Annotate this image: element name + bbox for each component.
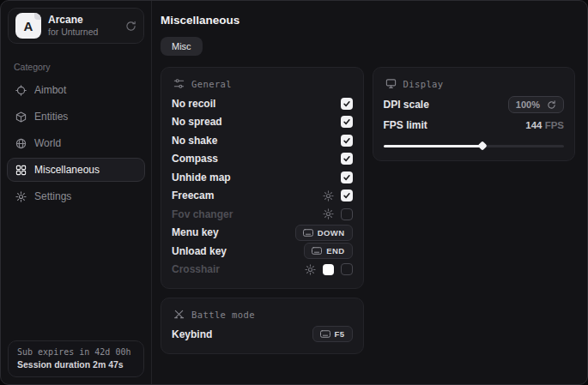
sidebar-item-entities[interactable]: Entities bbox=[7, 105, 145, 129]
right-column: Display DPI scale 100% bbox=[373, 67, 576, 161]
setting-controls bbox=[323, 189, 353, 202]
keybind-button-keybind[interactable]: F5 bbox=[312, 326, 353, 342]
app-window: A Arcane for Unturned Category AimbotEnt… bbox=[0, 0, 588, 385]
brand-card: A Arcane for Unturned bbox=[8, 8, 144, 44]
sidebar-item-miscellaneous[interactable]: Miscellaneous bbox=[7, 158, 145, 182]
keybind-button-menu-key[interactable]: DOWN bbox=[295, 225, 353, 241]
reset-icon bbox=[547, 100, 556, 110]
battle-mode-panel-title: Battle mode bbox=[191, 310, 255, 320]
setting-row-keybind: KeybindF5 bbox=[172, 325, 353, 344]
display-panel-header: Display bbox=[384, 78, 565, 89]
setting-row-crosshair: Crosshair bbox=[172, 261, 353, 280]
gear-icon[interactable] bbox=[323, 190, 334, 202]
setting-label: Fov changer bbox=[172, 208, 233, 220]
dpi-scale-label: DPI scale bbox=[384, 99, 429, 111]
setting-label: No spread bbox=[172, 116, 222, 128]
gear-icon[interactable] bbox=[323, 208, 334, 220]
keybind-value: END bbox=[326, 246, 344, 256]
swords-icon bbox=[173, 309, 185, 320]
setting-row-fov-changer: Fov changer bbox=[172, 205, 353, 224]
general-rows: No recoilNo spreadNo shakeCompassUnhide … bbox=[172, 94, 353, 279]
setting-controls bbox=[341, 135, 353, 147]
setting-row-unhide-map: Unhide map bbox=[172, 168, 353, 187]
checkbox-no-recoil[interactable] bbox=[341, 98, 353, 110]
slider-thumb[interactable] bbox=[478, 141, 488, 150]
sidebar-spacer bbox=[1, 208, 151, 334]
page-title: Miscellaneous bbox=[161, 14, 575, 27]
setting-controls bbox=[341, 171, 353, 183]
battle-mode-panel: Battle mode KeybindF5 bbox=[161, 298, 364, 354]
setting-label: Unload key bbox=[172, 245, 227, 257]
sidebar-item-world[interactable]: World bbox=[7, 131, 145, 155]
brand-text: Arcane for Unturned bbox=[48, 14, 98, 38]
app-subtitle: for Unturned bbox=[48, 27, 98, 38]
slider-fill bbox=[384, 145, 483, 148]
subscription-card: Sub expires in 42d 00h Session duration … bbox=[8, 340, 144, 377]
setting-controls: F5 bbox=[312, 326, 353, 342]
keyboard-icon bbox=[303, 229, 313, 237]
display-panel-title: Display bbox=[403, 79, 444, 89]
battle-mode-rows: KeybindF5 bbox=[172, 325, 353, 344]
gear-icon[interactable] bbox=[305, 264, 316, 275]
fps-limit-slider[interactable] bbox=[384, 141, 565, 151]
setting-controls bbox=[305, 263, 353, 275]
sub-expiry-text: Sub expires in 42d 00h bbox=[17, 347, 135, 357]
setting-controls: DOWN bbox=[295, 225, 353, 241]
checkbox-compass[interactable] bbox=[341, 153, 353, 165]
general-panel-header: General bbox=[172, 78, 353, 89]
color-swatch[interactable] bbox=[323, 264, 334, 275]
globe-icon bbox=[15, 138, 27, 149]
setting-label: Freecam bbox=[172, 189, 214, 202]
keyboard-icon bbox=[320, 330, 330, 338]
general-panel: General No recoilNo spreadNo shakeCompas… bbox=[161, 67, 364, 289]
display-panel: Display DPI scale 100% bbox=[373, 67, 576, 161]
setting-label: Keybind bbox=[172, 328, 212, 340]
keyboard-icon bbox=[312, 247, 322, 255]
setting-row-no-spread: No spread bbox=[172, 113, 353, 132]
checkbox-no-spread[interactable] bbox=[341, 116, 353, 128]
fps-limit-row: FPS limit 144 FPS bbox=[384, 115, 565, 135]
general-panel-title: General bbox=[191, 79, 232, 89]
gear-icon bbox=[15, 191, 27, 202]
sidebar-item-label: World bbox=[34, 137, 61, 149]
main-content: Miscellaneous Misc General bbox=[152, 1, 587, 384]
content-columns: General No recoilNo spreadNo shakeCompas… bbox=[161, 67, 575, 354]
sidebar-item-label: Miscellaneous bbox=[34, 164, 100, 176]
setting-row-no-recoil: No recoil bbox=[172, 94, 353, 113]
sidebar-item-label: Entities bbox=[34, 111, 68, 123]
keybind-button-unload-key[interactable]: END bbox=[304, 243, 352, 259]
sidebar-nav: AimbotEntitiesWorldMiscellaneousSettings bbox=[1, 78, 151, 208]
checkbox-crosshair[interactable] bbox=[341, 263, 353, 275]
fps-unit: FPS bbox=[545, 120, 564, 130]
sync-icon[interactable] bbox=[125, 21, 136, 32]
setting-row-compass: Compass bbox=[172, 150, 353, 169]
checkbox-unhide-map[interactable] bbox=[341, 171, 353, 183]
setting-label: No recoil bbox=[172, 98, 215, 110]
sidebar-item-label: Settings bbox=[34, 190, 71, 202]
setting-row-menu-key: Menu keyDOWN bbox=[172, 224, 353, 243]
app-name: Arcane bbox=[48, 14, 98, 27]
sidebar-item-aimbot[interactable]: Aimbot bbox=[7, 78, 145, 102]
sliders-icon bbox=[173, 78, 185, 89]
setting-controls: END bbox=[304, 243, 352, 259]
sidebar-item-settings[interactable]: Settings bbox=[7, 184, 145, 208]
dpi-scale-stepper[interactable]: 100% bbox=[508, 96, 564, 113]
battle-mode-panel-header: Battle mode bbox=[172, 309, 353, 320]
setting-row-no-shake: No shake bbox=[172, 131, 353, 150]
sidebar: A Arcane for Unturned Category AimbotEnt… bbox=[1, 1, 152, 384]
setting-row-freecam: Freecam bbox=[172, 187, 353, 206]
checkbox-freecam[interactable] bbox=[341, 189, 353, 202]
tab-misc[interactable]: Misc bbox=[161, 37, 203, 56]
setting-controls bbox=[341, 153, 353, 165]
checkbox-fov-changer[interactable] bbox=[341, 208, 353, 220]
setting-controls bbox=[341, 116, 353, 128]
left-column: General No recoilNo spreadNo shakeCompas… bbox=[161, 67, 364, 354]
app-logo: A bbox=[15, 13, 41, 39]
sidebar-item-label: Aimbot bbox=[34, 84, 66, 96]
category-label: Category bbox=[14, 62, 138, 72]
setting-label: Unhide map bbox=[172, 171, 231, 183]
keybind-value: F5 bbox=[335, 329, 345, 339]
crosshair-icon bbox=[15, 85, 27, 96]
checkbox-no-shake[interactable] bbox=[341, 135, 353, 147]
grid-icon bbox=[15, 165, 27, 176]
